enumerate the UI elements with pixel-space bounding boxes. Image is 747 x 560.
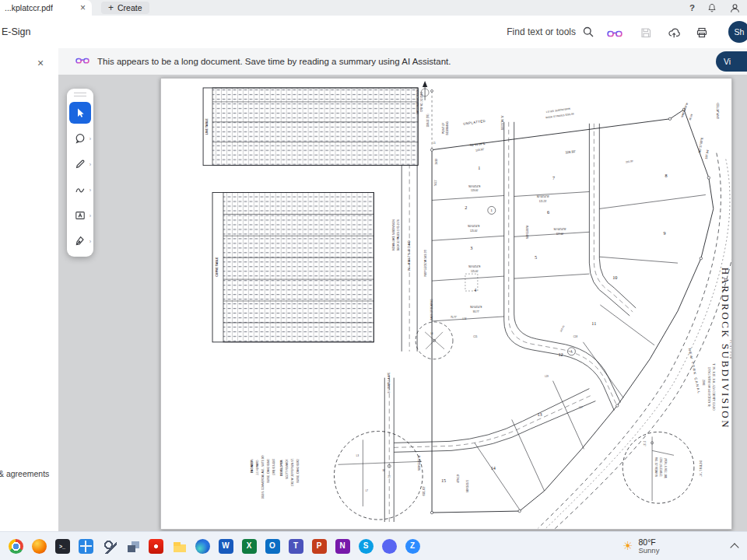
chevron-right-icon[interactable]: › [89, 162, 91, 167]
account-avatar-icon[interactable] [729, 2, 741, 14]
chrome-icon[interactable] [6, 537, 25, 555]
print-icon[interactable] [694, 25, 710, 40]
map-label: 3 [470, 246, 472, 250]
create-button[interactable]: + Create [101, 2, 149, 14]
add-text-tool-button[interactable]: › [69, 205, 91, 226]
excel-icon[interactable]: X [240, 537, 258, 555]
main-toolbar: E-Sign Find text or tools [0, 16, 747, 49]
text-box-icon [74, 209, 86, 222]
onenote-icon[interactable]: N [333, 537, 352, 555]
map-label: BASIS OF BEARING [430, 299, 433, 320]
weather-temp: 80°F [638, 537, 659, 547]
ai-assistant-banner: This appears to be a long document. Save… [58, 48, 747, 75]
sun-icon: ☀ [622, 539, 633, 553]
map-label: SCOTT FENWICK [286, 459, 289, 479]
pencil-tool-button[interactable]: › [69, 153, 91, 175]
map-label: N89°55'05"W [418, 455, 421, 471]
teams-icon[interactable]: T [286, 537, 305, 555]
outlook-icon[interactable]: O [263, 537, 282, 555]
map-label: 30' [383, 469, 386, 472]
skype-icon[interactable]: S [356, 537, 375, 555]
map-label: 1 [570, 349, 573, 353]
pdf-page: LINE TABLECURVE TABLESW CORNER SECTION 3… [160, 78, 732, 530]
map-label: UNPLATTED [463, 119, 486, 126]
tabbar-right-group: ? [689, 0, 747, 16]
map-label: S89°35'05"E [466, 480, 469, 492]
task-view-icon[interactable] [123, 537, 142, 555]
map-label: 15 [441, 478, 446, 483]
map-label: L17 [579, 406, 583, 409]
banner-action-button[interactable]: Vi [716, 51, 747, 72]
map-label: L19 [545, 375, 549, 378]
map-label: 197.94' [704, 149, 710, 160]
chevron-right-icon[interactable]: › [89, 187, 91, 193]
map-label: 2006 [702, 380, 705, 386]
banner-message: This appears to be a long document. Save… [97, 57, 451, 66]
map-label: 4 [474, 288, 476, 292]
map-label: SW CORNER SECTION 30 [416, 89, 419, 114]
chevron-right-icon[interactable]: › [89, 136, 91, 142]
find-label: Find text or tools [507, 26, 576, 37]
word-icon[interactable]: W [216, 537, 235, 555]
create-label: Create [117, 3, 142, 12]
weather-widget[interactable]: ☀ 80°F Sunny [622, 532, 659, 560]
fill-sign-tool-button[interactable]: › [69, 230, 91, 252]
file-explorer-icon[interactable] [170, 537, 188, 555]
map-label: 201.00' [626, 159, 634, 164]
map-label: LYING IN THE SW 1/4 SECTION 30, [707, 367, 710, 408]
tab-bar: ...kplatccr.pdf × + Create ? [0, 0, 747, 16]
ai-assistant-icon[interactable] [607, 26, 622, 42]
map-label: N2°17'00"E [697, 137, 703, 153]
map-label: N0°01'00"E [469, 141, 486, 147]
palette-drag-handle[interactable] [74, 93, 86, 96]
left-panel: & agreements [0, 48, 59, 532]
taskbar: >_WXOTPNSZ ☀ 80°F Sunny [0, 531, 747, 560]
document-tab[interactable]: ...kplatccr.pdf × [0, 0, 92, 16]
map-label: 121.23' [539, 200, 547, 203]
find-tools-button[interactable]: Find text or tools [507, 16, 594, 48]
zoom-icon[interactable]: Z [403, 537, 422, 555]
cloud-upload-icon[interactable] [666, 25, 682, 40]
map-label: 38.29' [689, 113, 694, 121]
weather-desc: Sunny [638, 547, 659, 555]
tray-chevron-up-icon[interactable] [730, 543, 738, 551]
map-label: S0°04'54"W [537, 195, 549, 198]
notifications-bell-icon[interactable] [707, 2, 717, 13]
save-icon[interactable] [638, 25, 654, 40]
map-label: CURVE TABLE [216, 257, 219, 277]
esign-tool-label[interactable]: E-Sign [2, 26, 31, 37]
map-label: 7 [552, 176, 555, 180]
search-icon [582, 26, 594, 38]
map-label: N0°04'54"E [468, 265, 480, 268]
powerpoint-icon[interactable]: P [310, 537, 328, 555]
edge-icon[interactable] [193, 537, 212, 555]
help-icon[interactable]: ? [689, 3, 695, 12]
firefox-icon[interactable] [30, 537, 48, 555]
map-label: L5 [433, 142, 437, 145]
banner-close-icon[interactable]: × [37, 58, 44, 68]
comment-tool-button[interactable]: › [69, 128, 91, 149]
map-label: 10 [612, 275, 617, 280]
chevron-right-icon[interactable]: › [89, 213, 91, 219]
cursor-icon [74, 107, 86, 119]
terminal-icon[interactable]: >_ [53, 537, 72, 555]
document-viewport[interactable]: LINE TABLECURVE TABLESW CORNER SECTION 3… [58, 75, 747, 532]
map-label: 163.31' [559, 324, 566, 333]
map-label: L7 [366, 489, 369, 492]
map-label: 13 [538, 412, 542, 417]
search-icon[interactable] [100, 537, 118, 555]
left-panel-label[interactable]: & agreements [0, 469, 49, 478]
discord-icon[interactable] [380, 537, 398, 555]
start-icon[interactable] [76, 537, 95, 555]
map-label: SEE DETAIL "A" [501, 115, 504, 130]
map-label: L6 [431, 332, 434, 335]
acrobat-icon[interactable] [146, 537, 165, 555]
draw-tool-button[interactable]: › [69, 179, 91, 201]
chevron-right-icon[interactable]: › [89, 239, 91, 244]
select-tool-button[interactable] [69, 102, 91, 124]
share-button[interactable]: Sh [728, 21, 747, 43]
map-label: 17.37' [643, 441, 646, 447]
map-label: DETAIL "A" [699, 460, 703, 477]
curve-table [212, 192, 374, 341]
tab-close-icon[interactable]: × [79, 3, 87, 12]
